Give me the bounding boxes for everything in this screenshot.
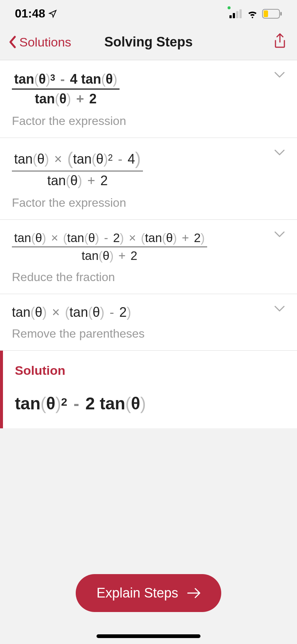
step-4-desc: Remove the parentheses [12, 327, 285, 341]
step-3-desc: Reduce the fraction [12, 270, 285, 284]
content-area: tan(θ)3 - 4 tan(θ) tan(θ) + 2 Factor the… [0, 60, 297, 428]
back-button[interactable]: Solutions [8, 35, 71, 49]
step-2[interactable]: tan(θ) × (tan(θ)2 - 4) tan(θ) + 2 Factor… [0, 138, 297, 220]
step-4-expression: tan(θ) × (tan(θ) - 2) [12, 305, 285, 320]
svg-rect-1 [229, 15, 232, 18]
step-2-expression: tan(θ) × (tan(θ)2 - 4) tan(θ) + 2 [12, 148, 285, 189]
cellular-signal-icon [229, 9, 243, 18]
svg-point-0 [228, 6, 231, 9]
step-1-expression: tan(θ)3 - 4 tan(θ) tan(θ) + 2 [12, 71, 285, 107]
status-time-group: 01:48 [15, 7, 57, 20]
svg-rect-6 [264, 10, 268, 17]
svg-rect-2 [233, 13, 235, 18]
step-1[interactable]: tan(θ)3 - 4 tan(θ) tan(θ) + 2 Factor the… [0, 60, 297, 138]
page-title: Solving Steps [104, 34, 193, 50]
chevron-down-icon [274, 231, 285, 238]
svg-rect-4 [239, 9, 242, 18]
explain-steps-button[interactable]: Explain Steps [76, 574, 221, 612]
expand-step-2[interactable] [274, 149, 285, 157]
step-4[interactable]: tan(θ) × (tan(θ) - 2) Remove the parenth… [0, 294, 297, 351]
chevron-down-icon [274, 149, 285, 156]
status-bar: 01:48 [0, 0, 297, 26]
solution-section: Solution tan(θ)2 - 2 tan(θ) [0, 351, 297, 428]
wifi-icon [247, 9, 258, 18]
explain-label: Explain Steps [97, 585, 178, 601]
svg-rect-7 [280, 12, 282, 16]
svg-rect-3 [236, 11, 238, 18]
green-dot-icon [227, 6, 231, 10]
step-2-desc: Factor the expression [12, 196, 285, 210]
solution-expression: tan(θ)2 - 2 tan(θ) [15, 393, 285, 413]
battery-icon [262, 9, 282, 19]
status-indicators [222, 9, 282, 19]
home-indicator[interactable] [97, 634, 200, 638]
nav-bar: Solutions Solving Steps [0, 26, 297, 60]
location-arrow-icon [48, 9, 57, 18]
chevron-down-icon [274, 305, 285, 312]
step-3[interactable]: tan(θ) × (tan(θ) - 2) × (tan(θ) + 2) tan… [0, 220, 297, 294]
back-label: Solutions [19, 35, 71, 49]
step-3-expression: tan(θ) × (tan(θ) - 2) × (tan(θ) + 2) tan… [12, 230, 285, 264]
chevron-left-icon [8, 35, 17, 49]
solution-label: Solution [15, 363, 285, 378]
share-button[interactable] [273, 33, 287, 51]
status-time: 01:48 [15, 7, 45, 20]
chevron-down-icon [274, 71, 285, 78]
expand-step-4[interactable] [274, 305, 285, 313]
step-1-desc: Factor the expression [12, 114, 285, 128]
expand-step-1[interactable] [274, 71, 285, 80]
share-icon [273, 33, 287, 49]
expand-step-3[interactable] [274, 231, 285, 239]
arrow-right-icon [187, 587, 200, 599]
